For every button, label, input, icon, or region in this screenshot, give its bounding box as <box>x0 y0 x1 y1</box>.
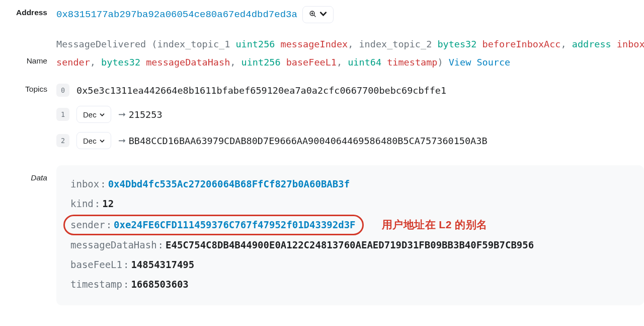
topic-format-dropdown[interactable]: Dec <box>76 106 111 123</box>
chevron-down-icon <box>100 110 105 119</box>
topic-index: 0 <box>56 84 69 97</box>
annotation-text: 用户地址在 L2 的别名 <box>382 214 488 235</box>
address-label: Address <box>7 6 56 17</box>
topic-index: 2 <box>56 134 69 147</box>
data-field-kind: kind : 12 <box>70 194 630 214</box>
topic-row-0: 0 0x5e3c1311ea442664e8b1611bfabef659120e… <box>56 84 644 97</box>
data-box: inbox : 0x4Dbd4fc535Ac27206064B68FfCf827… <box>56 165 644 305</box>
data-field-basefeel1: baseFeeL1 : 14854317495 <box>70 255 630 275</box>
name-label: Name <box>7 35 56 66</box>
topics-label: Topics <box>7 83 56 94</box>
address-filter-button[interactable] <box>302 6 334 23</box>
data-label: Data <box>7 162 56 182</box>
data-field-timestamp: timestamp : 1668503603 <box>70 275 630 294</box>
data-field-inbox: inbox : 0x4Dbd4fc535Ac27206064B68FfCf827… <box>70 174 630 194</box>
event-signature: MessageDelivered (index_topic_1 uint256 … <box>56 35 644 72</box>
topic-row-1: 1 Dec ➞ 215253 <box>56 106 644 123</box>
inbox-address-link[interactable]: 0x4Dbd4fc535Ac27206064B68FfCf827b0A60BAB… <box>108 174 350 194</box>
arrow-icon: ➞ <box>118 135 126 146</box>
topic-hash-0: 0x5e3c1311ea442664e8b1611bfabef659120ea7… <box>76 85 446 96</box>
chevron-down-icon <box>100 137 105 145</box>
view-source-link[interactable]: View Source <box>443 57 511 68</box>
sender-address-link[interactable]: 0xe24FE6CFD111459376C767f47952f01D43392d… <box>114 215 355 235</box>
magnify-plus-icon <box>309 10 316 19</box>
topic-index: 1 <box>56 108 69 121</box>
topic-format-dropdown[interactable]: Dec <box>76 132 111 149</box>
data-field-messagedatahash: messageDataHash : E45C754C8DB4B44900E0A1… <box>70 235 630 255</box>
data-field-sender: sender : 0xe24FE6CFD111459376C767f47952f… <box>70 214 630 235</box>
chevron-down-icon <box>319 10 327 19</box>
topic-value-2: BB48CCD16BAA63979CDAB80D7E9666AA90040644… <box>129 136 488 146</box>
svg-line-1 <box>314 15 315 17</box>
arrow-icon: ➞ <box>118 109 126 120</box>
topic-value-1: 215253 <box>129 109 163 120</box>
topic-row-2: 2 Dec ➞ BB48CCD16BAA63979CDAB80D7E9666AA… <box>56 132 644 149</box>
address-link[interactable]: 0x8315177ab297ba92a06054ce80a67ed4dbd7ed… <box>56 9 297 20</box>
